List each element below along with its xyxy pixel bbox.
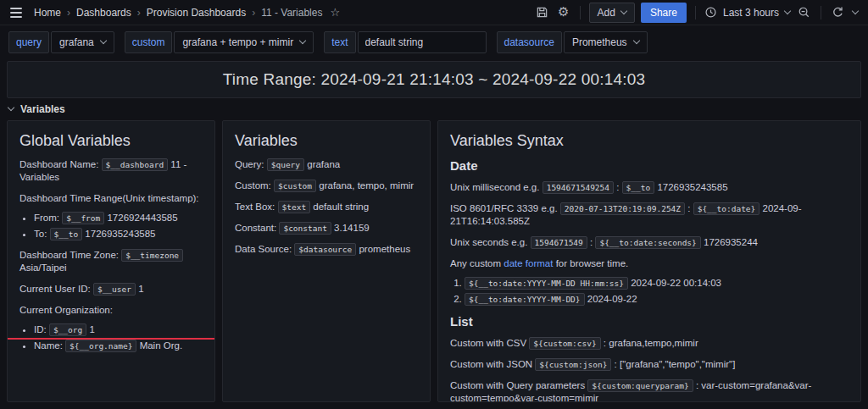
variable-value: grafana + tempo + mimir (182, 36, 293, 48)
chevron-down-icon (852, 7, 859, 14)
add-button[interactable]: Add (589, 3, 635, 23)
list-item: ${__to:date:YYYY-MM-DD} 2024-09-22 (465, 293, 849, 306)
text-segment: Custom: (235, 180, 274, 191)
text-segment: grafana (304, 159, 340, 169)
text-segment: ISO 8601/RFC 3339 e.g. (450, 203, 560, 213)
panel-title: Variables (235, 131, 418, 150)
add-button-label: Add (598, 7, 615, 19)
panel-title: Variables Syntax (450, 131, 849, 150)
variable-label-text: text (324, 31, 355, 53)
variable-value: grafana (59, 36, 94, 48)
inline-code: $constant (279, 222, 331, 235)
text-line: Custom with CSV ${custom:csv} : grafana,… (450, 337, 849, 350)
variable-label-custom: custom (125, 31, 173, 53)
inline-code: $datasource (294, 243, 356, 256)
share-button[interactable]: Share (641, 3, 687, 23)
save-dashboard-button[interactable] (534, 4, 550, 20)
text-segment: Asia/Taipei (19, 263, 67, 273)
zoom-out-time-button[interactable] (796, 4, 812, 20)
variable-text-input[interactable] (358, 31, 487, 53)
text-segment: Dashboard Time Range(Unix timestamp): (19, 193, 199, 203)
refresh-interval-dropdown[interactable] (851, 10, 860, 15)
variable-select-custom[interactable]: grafana + tempo + mimir (174, 31, 314, 53)
text-line: Custom: $custom grafana, tempo, mimir (235, 180, 418, 192)
inline-code: ${__to:date:YYYY-MM-DD} (465, 293, 585, 306)
panel-content: Query: $query grafanaCustom: $custom gra… (235, 158, 418, 256)
text-line: Custom with JSON ${custom:json} : ["graf… (450, 358, 849, 371)
nav-actions: ⚙ Add Share Last 3 hours (534, 3, 860, 23)
breadcrumb-current-dashboard[interactable]: 11 - Variables (261, 7, 322, 19)
list-item: ID: $__org 1 (34, 323, 203, 336)
dashboard-canvas: Time Range: 2024-09-21 21:14:03 ~ 2024-0… (0, 61, 868, 402)
breadcrumb-dashboards[interactable]: Dashboards (76, 7, 131, 19)
text-line: Unix seconds e.g. 1594671549 : ${__to:da… (450, 236, 849, 249)
variable-query: query grafana (8, 31, 114, 53)
time-range-title-panel: Time Range: 2024-09-21 21:14:03 ~ 2024-0… (7, 61, 861, 98)
text-segment: ID: (34, 324, 49, 334)
inline-code: ${custom:json} (535, 358, 611, 371)
variable-value: Prometheus (572, 36, 627, 48)
text-segment: 3.14159 (331, 223, 370, 233)
time-range-title: Time Range: 2024-09-21 21:14:03 ~ 2024-0… (223, 70, 645, 89)
text-segment: Current User ID: (19, 284, 93, 294)
variable-text: text (324, 31, 486, 53)
text-line: Current User ID: $__user 1 (19, 283, 203, 296)
text-line: Dashboard Name: $__dashboard 11 - Variab… (19, 158, 203, 184)
inline-code: $__to (622, 181, 655, 194)
time-range-picker[interactable]: Last 3 hours (704, 6, 790, 19)
inline-code: $__dashboard (102, 158, 169, 171)
text-segment: : ["grafana","tempo","mimir"] (611, 359, 735, 369)
menu-toggle-icon[interactable] (10, 8, 22, 18)
chevron-down-icon (299, 37, 306, 44)
row-toggle-variables[interactable]: Variables (7, 98, 67, 120)
zoom-out-icon (798, 6, 810, 19)
text-segment: 1726924443585 (104, 213, 177, 223)
nav-divider (580, 6, 581, 19)
section-heading: Date (450, 158, 849, 174)
inline-code: ${__org.name} (65, 340, 136, 352)
top-nav: Home › Dashboards › Provision Dashboards… (0, 0, 868, 25)
panel-variables: Variables Query: $query grafanaCustom: $… (222, 120, 431, 402)
variable-custom: custom grafana + tempo + mimir (125, 31, 314, 53)
variable-label-datasource: datasource (497, 31, 562, 53)
breadcrumb-separator: › (67, 7, 70, 19)
date-format-link[interactable]: date format (504, 258, 553, 268)
breadcrumb-home[interactable]: Home (34, 7, 61, 19)
breadcrumb: Home › Dashboards › Provision Dashboards… (34, 7, 322, 19)
text-line: Any custom date format for browser time. (450, 257, 849, 270)
text-segment: prometheus (356, 244, 410, 254)
inline-code: $__to (50, 228, 83, 240)
text-line: Data Source: $datasource prometheus (235, 243, 418, 256)
text-line: Current Organization: (19, 304, 203, 317)
text-line: Constant: $constant 3.14159 (235, 222, 418, 235)
inline-code: $custom (274, 180, 316, 192)
text-segment: Constant: (235, 223, 279, 233)
variables-submenu: query grafana custom grafana + tempo + m… (0, 25, 868, 59)
save-icon (536, 6, 548, 19)
list: ${__to:date:YYYY-MM-DD HH:mm:ss} 2024-09… (450, 277, 849, 306)
nav-divider (695, 6, 696, 19)
panel-row: Global Variables Dashboard Name: $__dash… (7, 120, 861, 402)
chevron-down-icon (99, 37, 106, 44)
text-segment: Unix seconds e.g. (450, 237, 531, 247)
text-segment: : grafana,tempo,mimir (601, 338, 698, 348)
inline-code: ${custom:queryparam} (587, 379, 693, 392)
panel-content: DateUnix millisecond e.g. 1594671549254 … (450, 158, 849, 402)
favorite-star-icon[interactable]: ☆ (330, 6, 340, 19)
inline-code: $__user (93, 283, 136, 296)
chevron-down-icon (632, 37, 639, 44)
dashboard-settings-button[interactable]: ⚙ (556, 4, 570, 20)
chevron-down-icon (620, 7, 627, 14)
refresh-button[interactable] (830, 4, 846, 20)
chevron-down-icon (8, 104, 14, 111)
nav-divider (821, 6, 821, 19)
text-line: Text Box: $text default string (235, 201, 418, 213)
text-segment: Name: (34, 340, 65, 351)
text-segment: From: (34, 213, 62, 223)
variable-select-datasource[interactable]: Prometheus (564, 31, 648, 53)
text-segment: 1726935244 (701, 237, 758, 247)
variable-label-query: query (8, 31, 49, 53)
variable-select-query[interactable]: grafana (51, 31, 114, 53)
text-segment: Data Source: (235, 244, 294, 254)
breadcrumb-provision-dashboards[interactable]: Provision Dashboards (147, 7, 246, 19)
